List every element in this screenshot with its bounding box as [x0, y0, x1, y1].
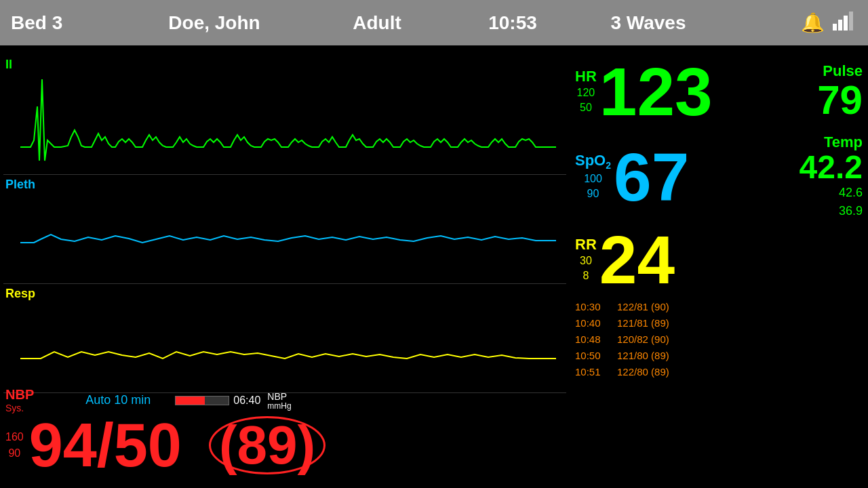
- nbp-header: NBP Sys. Auto 10 min 06:40 NBP mmHg: [5, 387, 564, 413]
- pulse-block: Pulse 79: [817, 62, 863, 121]
- nbp-title: NBP: [5, 387, 34, 403]
- hr-range-low: 50: [580, 102, 592, 113]
- waves-label: 3 Waves: [580, 12, 716, 34]
- spo2-block: SpO2 100 90 67 Temp 42.2 42.6 36.9: [575, 134, 863, 220]
- nbp-auto-label: Auto 10 min: [85, 393, 151, 407]
- nbp-main-value: 94/50: [29, 415, 182, 476]
- right-vitals-panel: HR 120 50 123 Pulse 79 SpO2 100 90 67: [570, 45, 868, 488]
- hr-range: 120 50: [575, 85, 597, 116]
- pleth-section: Pleth: [0, 175, 570, 283]
- spo2-value: 67: [614, 143, 689, 211]
- nbp-hist-time: 10:40: [575, 315, 609, 331]
- signal-icon: [833, 10, 857, 35]
- nbp-hist-value: 120/82 (90): [617, 331, 669, 348]
- svg-rect-0: [833, 24, 837, 30]
- nbp-progress-bar: [175, 396, 229, 405]
- spo2-label: SpO2: [575, 152, 611, 171]
- svg-rect-2: [844, 16, 848, 30]
- hr-label: HR: [575, 68, 597, 85]
- nbp-history: 10:30122/81 (90)10:40121/81 (89)10:48120…: [575, 299, 863, 481]
- header-icons: 🔔: [716, 10, 857, 35]
- nbp-mean-value: (89): [209, 416, 326, 474]
- nbp-hist-time: 10:50: [575, 348, 609, 364]
- spo2-range-low: 90: [587, 188, 599, 199]
- nbp-timer: 06:40 NBP mmHg: [175, 391, 291, 410]
- nbp-hist-value: 122/80 (89): [617, 364, 669, 380]
- header-bar: Bed 3 Doe, John Adult 10:53 3 Waves 🔔: [0, 0, 868, 45]
- rr-left: RR 30 8: [575, 236, 597, 284]
- nbp-hist-time: 10:48: [575, 331, 609, 348]
- svg-rect-3: [849, 12, 853, 30]
- patient-type: Adult: [309, 12, 445, 34]
- nbp-hist-time: 10:51: [575, 364, 609, 380]
- nbp-time: 06:40: [233, 394, 260, 407]
- rr-label: RR: [575, 236, 597, 253]
- rr-range: 30 8: [575, 253, 597, 284]
- rr-block: RR 30 8 24: [575, 226, 863, 293]
- patient-name: Doe, John: [119, 12, 309, 34]
- temp-sub-values: 42.6 36.9: [800, 184, 863, 220]
- nbp-hist-value: 121/80 (89): [617, 348, 669, 364]
- nbp-bar-fill: [176, 396, 205, 405]
- spo2-range-high: 100: [584, 173, 602, 184]
- hr-range-high: 120: [577, 87, 595, 98]
- svg-rect-1: [838, 20, 842, 30]
- nbp-hist-value: 121/81 (89): [617, 315, 669, 331]
- ecg-section: II: [0, 52, 570, 174]
- nbp-history-row: 10:40121/81 (89): [575, 315, 863, 331]
- hr-left: HR 120 50: [575, 68, 597, 116]
- hr-block: HR 120 50 123 Pulse 79: [575, 58, 863, 125]
- nbp-values: 160 90 94/50 (89): [5, 415, 564, 476]
- nbp-range-high: 160: [5, 429, 24, 445]
- time-display: 10:53: [445, 12, 580, 34]
- temp-value: 42.2: [800, 151, 863, 184]
- nbp-panel: NBP Sys. Auto 10 min 06:40 NBP mmHg: [0, 384, 570, 488]
- rr-range-high: 30: [580, 255, 592, 266]
- rr-value: 24: [599, 226, 675, 293]
- nbp-history-row: 10:48120/82 (90): [575, 331, 863, 348]
- resp-waveform: [0, 284, 570, 392]
- hr-value: 123: [599, 58, 713, 125]
- waveforms-panel: II Pleth Resp NBP: [0, 45, 570, 488]
- nbp-history-row: 10:30122/81 (90): [575, 299, 863, 315]
- pleth-waveform: [0, 175, 570, 283]
- nbp-history-row: 10:51122/80 (89): [575, 364, 863, 380]
- nbp-range-low: 90: [8, 445, 20, 462]
- spo2-left: SpO2 100 90: [575, 152, 611, 201]
- nbp-units: mmHg: [267, 402, 291, 410]
- pulse-value: 79: [817, 80, 863, 121]
- nbp-range: 160 90: [5, 429, 24, 462]
- temp-block: Temp 42.2 42.6 36.9: [800, 134, 863, 220]
- bell-icon[interactable]: 🔔: [801, 12, 825, 34]
- ecg-waveform: [0, 52, 570, 174]
- nbp-history-row: 10:50121/80 (89): [575, 348, 863, 364]
- main-content: II Pleth Resp NBP: [0, 45, 868, 488]
- nbp-hist-time: 10:30: [575, 299, 609, 315]
- bed-label: Bed 3: [11, 12, 119, 34]
- nbp-timer-label: NBP: [267, 391, 291, 402]
- resp-section: Resp: [0, 284, 570, 392]
- spo2-range: 100 90: [575, 171, 611, 202]
- temp-high: 42.6: [839, 186, 863, 199]
- rr-range-low: 8: [583, 270, 589, 281]
- temp-low: 36.9: [839, 204, 863, 218]
- nbp-hist-value: 122/81 (90): [617, 299, 669, 315]
